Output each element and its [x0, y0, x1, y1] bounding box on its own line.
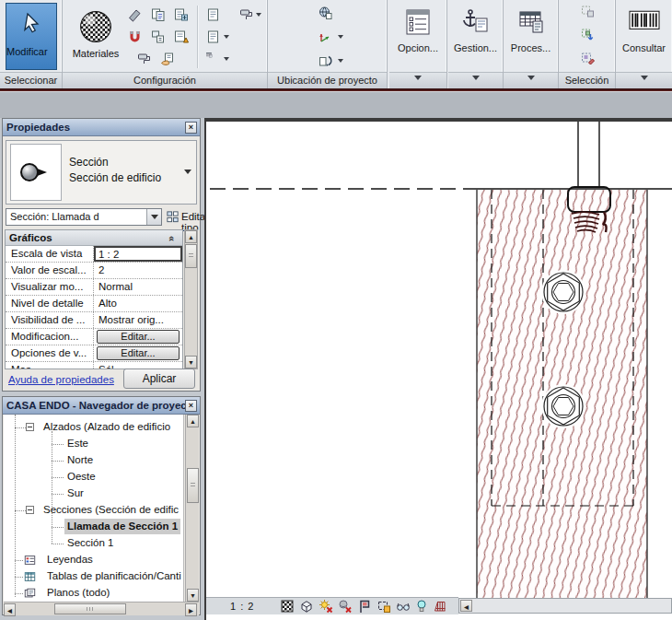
save-selection-icon[interactable] — [580, 5, 596, 19]
tree-node-alzados[interactable]: Alzados (Alzado de edificio — [4, 419, 183, 436]
dropdown-caret-icon[interactable] — [256, 13, 261, 19]
project-coordinates-icon[interactable] — [318, 29, 333, 44]
sheets-icon — [23, 587, 37, 600]
property-value[interactable]: Alto — [94, 296, 182, 311]
property-label: Opciones de v... — [6, 345, 94, 361]
add-parameter-icon[interactable] — [173, 7, 189, 22]
tree-node-secciones[interactable]: Secciones (Sección de edific — [4, 502, 183, 519]
dropdown-caret-icon[interactable] — [224, 35, 229, 41]
scale-value-field[interactable]: 1 : 2 — [94, 246, 182, 262]
edit-button[interactable]: Editar... — [97, 346, 180, 360]
reveal-hidden-elements-icon[interactable] — [414, 599, 429, 614]
tree-node-sur[interactable]: Sur — [4, 485, 183, 502]
properties-title-bar[interactable]: Propiedades — [3, 119, 200, 136]
modify-button[interactable]: Modificar — [6, 3, 57, 70]
tree-label: Norte — [64, 452, 96, 468]
manage-button[interactable]: Gestion... — [450, 2, 501, 71]
collapse-expander-icon[interactable] — [26, 506, 34, 514]
drawing-area[interactable] — [204, 118, 672, 620]
detail-level-icon[interactable] — [280, 599, 295, 614]
browser-horizontal-scrollbar[interactable] — [4, 602, 199, 615]
materials-sphere-icon — [78, 8, 113, 45]
options-panel-strip[interactable] — [389, 72, 446, 88]
purge-unused-icon[interactable] — [173, 29, 189, 44]
tree-node-planos[interactable]: Planos (todo) — [4, 585, 183, 602]
tree-node-este[interactable]: Este — [4, 436, 183, 452]
temporary-hide-isolate-icon[interactable] — [396, 599, 411, 614]
tree-node-norte[interactable]: Norte — [4, 452, 183, 469]
chevron-down-icon[interactable] — [184, 170, 191, 178]
collapse-chevron-icon[interactable] — [165, 236, 180, 241]
group-header-graphics[interactable]: Gráficos — [6, 230, 182, 246]
scroll-left-icon[interactable] — [460, 600, 472, 612]
properties-help-link[interactable]: Ayuda de propiedades — [8, 374, 114, 385]
process-button[interactable]: Proces... — [505, 2, 556, 71]
tree-node-tablas[interactable]: Tablas de planificación/Canti — [4, 568, 183, 585]
combo-dropdown-icon[interactable] — [146, 209, 161, 225]
dropdown-caret-icon[interactable] — [224, 57, 229, 64]
tree-label: Llamada de Sección 1 — [64, 519, 180, 534]
collapse-expander-icon[interactable] — [26, 423, 34, 431]
view-scale-button[interactable]: 1 : 2 — [230, 601, 254, 612]
query-panel-strip[interactable] — [616, 72, 672, 88]
location-globe-icon[interactable] — [318, 6, 333, 20]
snaps-icon[interactable] — [127, 29, 143, 44]
transfer-project-icon[interactable] — [238, 7, 254, 22]
scroll-down-icon[interactable] — [187, 589, 199, 602]
property-row: Modificacion... Editar... — [6, 329, 182, 345]
apply-button[interactable]: Aplicar — [123, 368, 195, 389]
canvas-horizontal-scrollbar[interactable] — [458, 598, 672, 614]
visual-style-icon[interactable] — [299, 599, 314, 614]
show-crop-region-icon[interactable] — [377, 599, 391, 614]
global-parameters-icon[interactable] — [205, 29, 221, 44]
scrollbar-thumb[interactable] — [185, 244, 197, 268]
instance-selector-combo[interactable]: Sección: Llamada d — [6, 208, 162, 226]
options-button[interactable]: Opcion... — [391, 2, 445, 71]
edit-selection-icon[interactable] — [580, 51, 596, 65]
tree-node-leyendas[interactable]: Leyendas — [4, 552, 183, 568]
shared-parameters-icon[interactable] — [150, 29, 166, 44]
property-value[interactable]: 2 — [94, 263, 182, 278]
tree-node-oeste[interactable]: Oeste — [4, 469, 183, 485]
browser-title-bar[interactable]: CASA ENDO - Navegador de proyec... — [3, 397, 200, 415]
load-selection-icon[interactable] — [580, 28, 596, 42]
tree-node-seccion-1[interactable]: Sección 1 — [4, 535, 183, 552]
manage-panel-strip[interactable] — [448, 72, 503, 88]
property-row: Visualizar mo... Normal — [6, 279, 182, 296]
scrollbar-thumb[interactable] — [54, 603, 126, 614]
materials-button[interactable]: Materiales — [70, 4, 122, 70]
scroll-right-icon[interactable] — [185, 603, 197, 616]
property-value[interactable]: Mostrar orig... — [94, 312, 182, 328]
browser-vertical-scrollbar[interactable] — [185, 415, 199, 602]
property-value[interactable]: Normal — [94, 279, 182, 295]
scrollbar-thumb[interactable] — [187, 468, 199, 503]
scroll-up-icon[interactable] — [187, 415, 199, 427]
query-button[interactable]: Consultar — [618, 2, 670, 71]
property-label: Valor de escal... — [6, 263, 94, 278]
close-icon[interactable] — [185, 400, 197, 412]
close-icon[interactable] — [185, 122, 197, 134]
rotate-position-icon[interactable] — [318, 53, 333, 68]
scroll-down-icon[interactable] — [185, 356, 197, 368]
edit-button[interactable]: Editar... — [97, 330, 180, 344]
transfer-standards-icon[interactable] — [150, 7, 166, 22]
tree-node-llamada-seccion-1[interactable]: Llamada de Sección 1 — [4, 519, 183, 535]
dropdown-caret-icon[interactable] — [338, 35, 343, 41]
process-panel-strip[interactable] — [504, 72, 558, 88]
tree-label: Oeste — [64, 469, 98, 485]
locked-3d-icon[interactable] — [433, 599, 447, 614]
project-parameters-icon[interactable] — [205, 7, 221, 22]
crop-view-icon[interactable] — [357, 599, 372, 614]
edit-type-icon[interactable] — [166, 210, 180, 224]
scroll-left-icon[interactable] — [4, 603, 16, 616]
project-units-icon[interactable] — [159, 52, 175, 66]
sun-path-icon[interactable] — [319, 599, 333, 614]
object-styles-icon[interactable] — [127, 7, 143, 22]
dropdown-caret-icon[interactable] — [338, 59, 343, 65]
type-selector[interactable]: Sección Sección de edificio — [6, 140, 197, 205]
properties-scrollbar[interactable] — [184, 229, 198, 369]
shadows-icon[interactable] — [338, 599, 353, 614]
scroll-up-icon[interactable] — [185, 230, 197, 243]
schedules-settings-icon[interactable] — [205, 52, 221, 66]
paint-roller-icon[interactable] — [136, 52, 152, 66]
